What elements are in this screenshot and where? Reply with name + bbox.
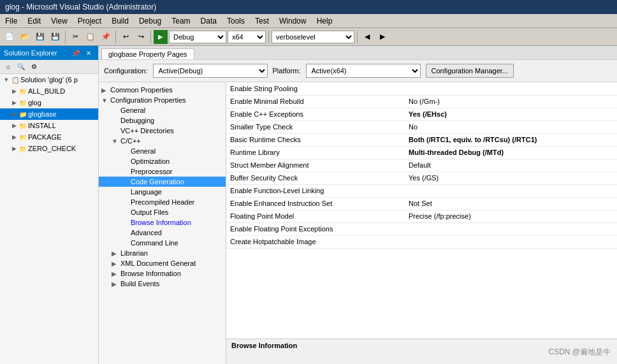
nav-fwd-btn[interactable]: ▶ [375,30,389,44]
prop-output-files[interactable]: Output Files [99,207,226,217]
save-btn[interactable]: 💾 [33,30,47,44]
menu-edit[interactable]: Edit [22,15,46,27]
menu-bar: File Edit View Project Build Debug Team … [0,14,617,28]
prop-cpp[interactable]: ▼ C/C++ [99,136,226,146]
table-row[interactable]: Runtime LibraryMulti-threaded Debug (/MT… [226,146,617,159]
close-se-btn[interactable]: ✕ [83,47,94,59]
prop-browse-info[interactable]: Browse Information [99,217,226,228]
new-file-btn[interactable]: 📄 [3,30,17,44]
menu-debug[interactable]: Debug [134,15,166,27]
save-all-btn[interactable]: 💾 [48,30,62,44]
cut-btn[interactable]: ✂ [68,30,82,44]
prop-name-cell: Floating Point Model [226,210,405,222]
tree-glogbase[interactable]: ▶ 📁 glogbase [0,108,98,120]
prop-value-cell: Not Set [405,197,617,210]
sep2 [115,31,116,43]
prop-vc-dirs[interactable]: VC++ Directories [99,126,226,136]
table-row[interactable]: Enable Function-Level Linking [226,184,617,197]
solution-explorer-header: Solution Explorer 📌 ✕ [0,46,98,60]
prop-xml-doc[interactable]: ▶ XML Document Generat [99,258,226,268]
expand-package: ▶ [10,133,18,141]
table-row[interactable]: Create Hotpatchable Image [226,235,617,248]
prop-language[interactable]: Language [99,187,226,197]
prop-name-cell: Enable String Pooling [226,82,405,95]
menu-view[interactable]: View [46,15,73,27]
copy-btn[interactable]: 📋 [83,30,98,44]
tree-package[interactable]: ▶ 📁 PACKAGE [0,131,98,143]
redo-btn[interactable]: ↪ [134,30,148,44]
install-label: INSTALL [28,122,56,129]
prop-command-line[interactable]: Command Line [99,238,226,248]
tree-all-build[interactable]: ▶ 📁 ALL_BUILD [0,85,98,97]
table-row[interactable]: Enable Enhanced Instruction SetNot Set [226,197,617,210]
nav-back-btn[interactable]: ◀ [360,30,374,44]
property-tab[interactable]: glogbase Property Pages [101,48,194,59]
play-btn[interactable]: ▶ [154,30,168,44]
open-btn[interactable]: 📂 [18,30,32,44]
solution-label: Solution 'glog' (6 p [20,76,78,84]
platform-combo-prop[interactable]: Active(x64) x64 x86 [306,64,421,78]
prop-config-props[interactable]: ▼ Configuration Properties [99,95,226,105]
prop-browse-info2[interactable]: ▶ Browse Information [99,268,226,279]
menu-file[interactable]: File [0,15,22,27]
table-row[interactable]: Buffer Security CheckYes (/GS) [226,171,617,184]
prop-debugging[interactable]: Debugging [99,115,226,126]
table-row[interactable]: Struct Member AlignmentDefault [226,159,617,171]
platform-combo[interactable]: x64 x86 [228,31,266,43]
verboselevel-combo[interactable]: verboselevel [272,31,354,43]
menu-data[interactable]: Data [196,15,222,27]
table-row[interactable]: Enable Minimal RebuildNo (/Gm-) [226,95,617,108]
prop-precompiled[interactable]: Precompiled Header [99,197,226,207]
se-props-btn[interactable]: ⚙ [28,61,40,73]
expand-install: ▶ [10,122,18,129]
prop-name-cell: Enable Minimal Rebuild [226,95,405,108]
se-home-btn[interactable]: ⌂ [3,61,14,73]
prop-advanced[interactable]: Advanced [99,228,226,238]
expand-librarian: ▶ [112,250,119,257]
sep4 [268,31,269,43]
prop-value-cell: Both (/RTC1, equiv. to /RTCsu) (/RTC1) [405,133,617,146]
expand-glogbase: ▶ [10,110,18,118]
vc-dirs-label: VC++ Directories [120,127,174,135]
prop-librarian[interactable]: ▶ Librarian [99,248,226,258]
table-row[interactable]: Enable C++ ExceptionsYes (/EHsc) [226,108,617,120]
prop-cpp-general[interactable]: General [99,146,226,156]
tree-install[interactable]: ▶ 📁 INSTALL [0,120,98,131]
table-row[interactable]: Basic Runtime ChecksBoth (/RTC1, equiv. … [226,133,617,146]
prop-optimization[interactable]: Optimization [99,156,226,166]
menu-test[interactable]: Test [250,15,274,27]
debug-mode-combo[interactable]: Debug Release [169,31,226,43]
undo-btn[interactable]: ↩ [119,30,133,44]
install-icon: 📁 [18,120,28,131]
table-row[interactable]: Enable String Pooling [226,82,617,95]
table-row[interactable]: Enable Floating Point Exceptions [226,222,617,235]
menu-window[interactable]: Window [274,15,312,27]
config-combo[interactable]: Active(Debug) Debug Release [153,64,268,78]
prop-general[interactable]: General [99,105,226,115]
menu-build[interactable]: Build [106,15,134,27]
menu-project[interactable]: Project [73,15,106,27]
prop-code-gen[interactable]: Code Generation [99,177,226,187]
glogbase-label: glogbase [28,110,57,118]
glog-icon: 📁 [18,98,28,108]
prop-preprocessor[interactable]: Preprocessor [99,166,226,177]
config-manager-btn[interactable]: Configuration Manager... [426,64,514,78]
paste-btn[interactable]: 📌 [99,30,113,44]
build-events-label: Build Events [120,280,159,288]
prop-value-cell: Yes (/GS) [405,171,617,184]
menu-team[interactable]: Team [166,15,195,27]
prop-build-events[interactable]: ▶ Build Events [99,279,226,289]
table-row[interactable]: Floating Point ModelPrecise (/fp:precise… [226,210,617,222]
glogbase-icon: 📁 [18,109,28,119]
menu-help[interactable]: Help [312,15,338,27]
cpp-general-label: General [131,147,156,155]
se-filter-btn[interactable]: 🔍 [15,61,27,73]
prop-common-props[interactable]: ▶ Common Properties [99,85,226,95]
menu-tools[interactable]: Tools [222,15,250,27]
tree-solution[interactable]: ▼ 📋 Solution 'glog' (6 p [0,74,98,85]
tree-zero-check[interactable]: ▶ 📁 ZERO_CHECK [0,143,98,154]
pin-btn[interactable]: 📌 [70,47,82,59]
table-row[interactable]: Smaller Type CheckNo [226,120,617,133]
expand-cpp: ▼ [112,138,119,145]
tree-glog[interactable]: ▶ 📁 glog [0,97,98,108]
